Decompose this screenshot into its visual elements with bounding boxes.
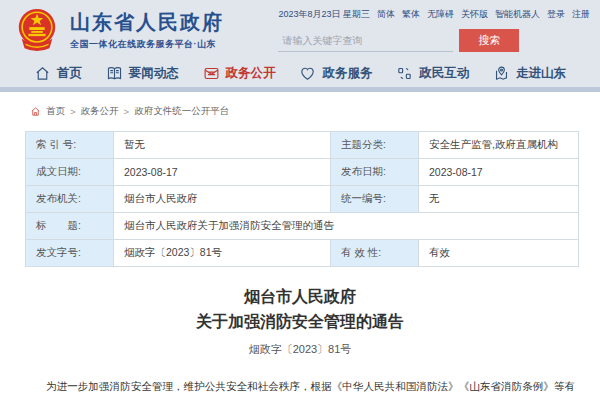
nav-label: 走进山东 [516, 65, 566, 82]
envelope-icon [203, 65, 220, 82]
table-row: 发文字号: 烟政字〔2023〕81号 有 效 性: 有效 [26, 240, 579, 267]
index-number-label: 索 引 号: [26, 132, 114, 159]
nav-item-home[interactable]: 首页 [34, 65, 82, 82]
breadcrumb-gov-disclosure[interactable]: 政务公开 [81, 105, 119, 118]
breadcrumb-home-icon [30, 106, 41, 117]
search-input[interactable] [278, 30, 453, 52]
topic-category-label: 主题分类: [331, 132, 419, 159]
issuing-agency-value: 烟台市人民政府 [114, 186, 331, 213]
unified-number-label: 统一编号: [331, 186, 419, 213]
publish-date-value: 2023-08-17 [419, 159, 579, 186]
search-button[interactable]: 搜索 [459, 29, 519, 52]
document-meta-table: 索 引 号: 暂无 主题分类: 安全生产监管,政府直属机构 成文日期: 2023… [25, 131, 579, 267]
nav-label: 政民互动 [419, 65, 469, 82]
breadcrumb-separator: > [70, 106, 76, 117]
document-number: 烟政字〔2023〕81号 [0, 342, 600, 357]
unified-number-value: 无 [419, 186, 579, 213]
nav-label: 政务公开 [226, 65, 276, 82]
table-row: 成文日期: 2023-08-17 发布日期: 2023-08-17 [26, 159, 579, 186]
document-title-line1: 烟台市人民政府 [0, 285, 600, 310]
document-title-block: 烟台市人民政府 关于加强消防安全管理的通告 烟政字〔2023〕81号 [0, 285, 600, 357]
map-pin-icon [493, 65, 510, 82]
doc-title-value: 烟台市人民政府关于加强消防安全管理的通告 [114, 213, 579, 240]
nav-item-interaction[interactable]: 政民互动 [396, 65, 469, 82]
nav-label: 首页 [57, 65, 82, 82]
open-book-icon [106, 65, 123, 82]
link-login[interactable]: 登录 [547, 8, 565, 21]
site-subtitle: 全国一体化在线政务服务平台·山东 [70, 38, 224, 51]
validity-label: 有 效 性: [331, 240, 419, 267]
home-icon [34, 65, 51, 82]
breadcrumb-home[interactable]: 首页 [46, 105, 65, 118]
table-row: 标 题: 烟台市人民政府关于加强消防安全管理的通告 [26, 213, 579, 240]
table-row: 索 引 号: 暂无 主题分类: 安全生产监管,政府直属机构 [26, 132, 579, 159]
breadcrumb-separator: > [124, 106, 130, 117]
chat-bubbles-icon [396, 65, 413, 82]
written-date-value: 2023-08-17 [114, 159, 331, 186]
link-traditional[interactable]: 繁体 [402, 8, 420, 21]
site-header: 山东省人民政府 全国一体化在线政务服务平台·山东 2023年8月23日 星期三 … [0, 0, 600, 60]
top-utility-bar: 2023年8月23日 星期三 简体 繁体 无障碍 关怀版 智能机器人 登录 注册 [278, 8, 590, 21]
topic-category-value: 安全生产监管,政府直属机构 [419, 132, 579, 159]
heart-icon [299, 65, 316, 82]
doc-title-label: 标 题: [26, 213, 114, 240]
national-emblem-logo [14, 6, 60, 54]
document-title-line2: 关于加强消防安全管理的通告 [0, 310, 600, 335]
main-nav: 首页 要闻动态 政务公开 政务服务 政民互动 走进山东 [0, 60, 600, 92]
nav-item-gov-services[interactable]: 政务服务 [299, 65, 372, 82]
validity-value: 有效 [419, 240, 579, 267]
doc-number-label: 发文字号: [26, 240, 114, 267]
doc-number-value: 烟政字〔2023〕81号 [114, 240, 331, 267]
nav-label: 要闻动态 [129, 65, 179, 82]
nav-item-about-shandong[interactable]: 走进山东 [493, 65, 566, 82]
table-row: 发布机关: 烟台市人民政府 统一编号: 无 [26, 186, 579, 213]
index-number-value: 暂无 [114, 132, 331, 159]
link-accessibility[interactable]: 无障碍 [427, 8, 454, 21]
link-simplified[interactable]: 简体 [377, 8, 395, 21]
link-care-version[interactable]: 关怀版 [461, 8, 488, 21]
link-register[interactable]: 注册 [572, 8, 590, 21]
document-body-paragraph: 为进一步加强消防安全管理，维护公共安全和社会秩序，根据《中华人民共和国消防法》《… [25, 377, 575, 400]
site-title: 山东省人民政府 [70, 10, 224, 34]
current-date: 2023年8月23日 星期三 [278, 8, 370, 21]
breadcrumb: 首页 > 政务公开 > 政府文件统一公开平台 [0, 92, 600, 118]
nav-label: 政务服务 [322, 65, 372, 82]
written-date-label: 成文日期: [26, 159, 114, 186]
issuing-agency-label: 发布机关: [26, 186, 114, 213]
nav-item-gov-disclosure[interactable]: 政务公开 [203, 65, 276, 82]
nav-item-news[interactable]: 要闻动态 [106, 65, 179, 82]
site-brand: 山东省人民政府 全国一体化在线政务服务平台·山东 [14, 6, 224, 54]
breadcrumb-doc-platform[interactable]: 政府文件统一公开平台 [134, 105, 229, 118]
link-smart-robot[interactable]: 智能机器人 [495, 8, 540, 21]
publish-date-label: 发布日期: [331, 159, 419, 186]
